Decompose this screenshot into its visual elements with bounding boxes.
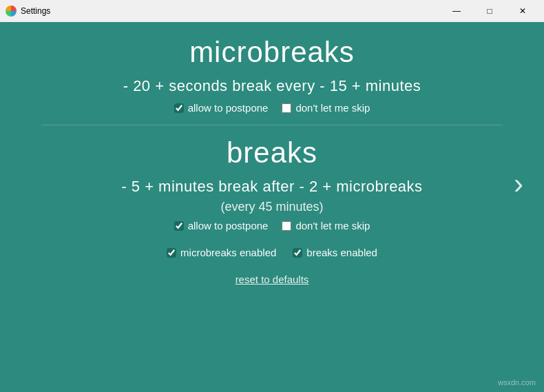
title-bar-left: Settings bbox=[6, 6, 50, 17]
enabled-row: microbreaks enabled breaks enabled bbox=[41, 247, 503, 258]
microbreaks-enabled-label: microbreaks enabled bbox=[180, 247, 276, 258]
breaks-postpone-group[interactable]: allow to postpone bbox=[174, 220, 269, 231]
settings-icon bbox=[6, 6, 17, 17]
breaks-subnote: (every 45 minutes) bbox=[41, 200, 503, 214]
microbreaks-skip-checkbox[interactable] bbox=[282, 103, 291, 113]
breaks-config: - 5 + minutes break after - 2 + microbre… bbox=[41, 178, 503, 196]
microbreaks-skip-group[interactable]: don't let me skip bbox=[282, 102, 370, 114]
microbreaks-enabled-checkbox[interactable] bbox=[167, 248, 176, 258]
breaks-enabled-checkbox[interactable] bbox=[293, 248, 302, 258]
microbreaks-postpone-group[interactable]: allow to postpone bbox=[174, 102, 269, 114]
breaks-postpone-label: allow to postpone bbox=[188, 220, 269, 231]
microbreaks-config: - 20 + seconds break every - 15 + minute… bbox=[41, 77, 503, 95]
breaks-postpone-checkbox[interactable] bbox=[174, 221, 184, 231]
microbreaks-skip-label: don't let me skip bbox=[295, 102, 370, 114]
microbreaks-controls: allow to postpone don't let me skip bbox=[41, 102, 503, 114]
microbreaks-postpone-label: allow to postpone bbox=[188, 102, 269, 114]
microbreaks-section: microbreaks - 20 + seconds break every -… bbox=[41, 36, 503, 114]
title-bar-title: Settings bbox=[21, 6, 50, 16]
close-button[interactable]: ✕ bbox=[507, 0, 538, 22]
reset-row: reset to defaults bbox=[41, 274, 503, 286]
watermark: wsxdn.com bbox=[498, 378, 536, 386]
breaks-chevron[interactable]: › bbox=[514, 169, 523, 198]
title-bar-controls: — □ ✕ bbox=[441, 0, 538, 22]
microbreaks-postpone-checkbox[interactable] bbox=[174, 103, 184, 113]
reset-button[interactable]: reset to defaults bbox=[236, 274, 309, 285]
breaks-enabled-label: breaks enabled bbox=[306, 247, 377, 258]
breaks-title: breaks bbox=[41, 136, 503, 169]
main-content: microbreaks - 20 + seconds break every -… bbox=[0, 22, 544, 300]
breaks-skip-label: don't let me skip bbox=[295, 220, 370, 231]
breaks-skip-group[interactable]: don't let me skip bbox=[282, 220, 370, 231]
microbreaks-title: microbreaks bbox=[41, 36, 503, 69]
microbreaks-enabled-group[interactable]: microbreaks enabled bbox=[167, 247, 276, 258]
section-divider bbox=[41, 125, 503, 125]
breaks-controls: allow to postpone don't let me skip bbox=[41, 220, 503, 231]
breaks-enabled-group[interactable]: breaks enabled bbox=[293, 247, 377, 258]
breaks-section: breaks - 5 + minutes break after - 2 + m… bbox=[41, 136, 503, 231]
title-bar: Settings — □ ✕ bbox=[0, 0, 544, 22]
breaks-skip-checkbox[interactable] bbox=[282, 221, 291, 231]
minimize-button[interactable]: — bbox=[441, 0, 472, 22]
maximize-button[interactable]: □ bbox=[474, 0, 505, 22]
